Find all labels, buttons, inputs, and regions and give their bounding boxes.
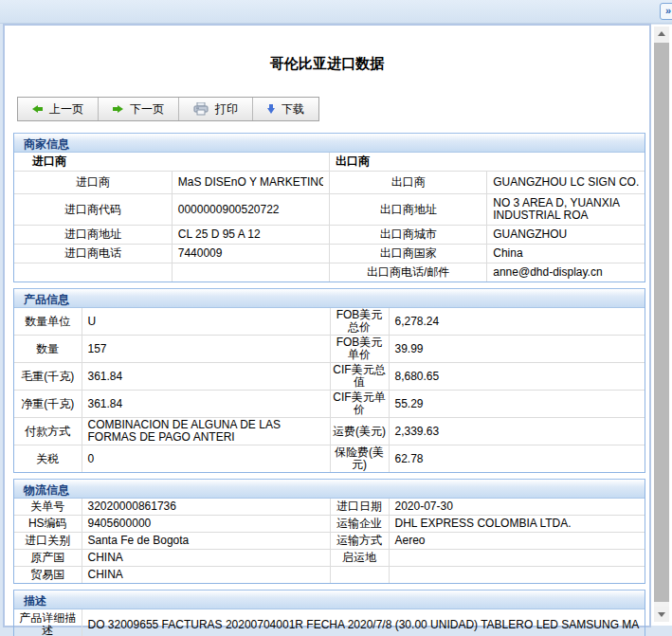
field-value: 0000000900520722 [172, 194, 329, 226]
table-row: 进口商代码 0000000900520722 出口商地址 NO 3 AREA D… [14, 194, 645, 226]
field-value: 0 [82, 445, 330, 473]
table-row: 毛重(千克) 361.84 CIF美元总值 8,680.65 [14, 363, 645, 391]
download-button[interactable]: 下载 [253, 98, 318, 120]
field-label [330, 567, 389, 584]
scroll-down-button[interactable] [654, 607, 669, 622]
field-label: 出口商国家 [330, 245, 487, 263]
field-label: FOB美元单价 [330, 336, 389, 363]
field-label: 运输方式 [330, 533, 389, 550]
down-triangle-icon [658, 612, 665, 617]
field-value: GUANGZHOU [487, 226, 645, 245]
print-label: 打印 [215, 101, 238, 118]
green-right-arrow-icon [113, 105, 123, 113]
field-value: 55.29 [389, 391, 645, 418]
field-value: China [487, 245, 645, 263]
field-label: 付款方式 [14, 418, 82, 445]
field-value: Santa Fe de Bogota [82, 533, 330, 550]
prev-page-button[interactable]: 上一页 [18, 98, 99, 120]
table-row: 产品详细描述 DO 32009655 FACTURAS 20200704001R… [14, 609, 645, 636]
up-triangle-icon [658, 31, 665, 36]
expand-button[interactable]: » [660, 3, 672, 20]
table-row: HS编码 9405600000 运输企业 DHL EXPRESS COLOMBI… [14, 516, 645, 533]
scroll-up-button[interactable] [654, 27, 669, 42]
field-value: 2020-07-30 [389, 499, 645, 516]
logistics-table: 关单号 32020000861736 进口日期 2020-07-30 HS编码 … [14, 499, 645, 583]
group-header-row: 进口商 出口商 [14, 153, 645, 172]
table-row: 关税 0 保险费(美元) 62.78 [14, 445, 645, 473]
table-row: 进口商地址 CL 25 D 95 A 12 出口商城市 GUANGZHOU [14, 226, 645, 245]
field-label: CIF美元总值 [330, 363, 389, 391]
section-product-info: 产品信息 数量单位 U FOB美元总价 6,278.24 数量 157 FOB美… [13, 288, 645, 473]
table-row: 进口关别 Santa Fe de Bogota 运输方式 Aereo [14, 533, 645, 550]
field-value: anne@dhd-display.cn [487, 263, 645, 282]
table-row: 付款方式 COMBINACION DE ALGUNA DE LAS FORMAS… [14, 418, 645, 445]
field-value [172, 263, 329, 282]
blue-down-arrow-icon [267, 104, 275, 114]
field-value: CHINA [82, 550, 330, 567]
field-label: 进口日期 [330, 499, 389, 516]
field-label: 进口商 [14, 172, 172, 194]
section-title-merchant: 商家信息 [14, 134, 645, 153]
field-label: 出口商 [330, 172, 487, 194]
field-label: 启运地 [330, 550, 389, 567]
field-value: 32020000861736 [82, 499, 330, 516]
section-title-product: 产品信息 [14, 289, 645, 308]
vertical-scrollbar[interactable] [654, 27, 669, 622]
green-left-arrow-icon [32, 105, 43, 113]
printer-icon [193, 102, 209, 116]
next-page-button[interactable]: 下一页 [99, 98, 179, 120]
field-value: 7440009 [172, 245, 329, 263]
section-merchant-info: 商家信息 进口商 出口商 进口商 MaS DISEnO Y MARKETING … [13, 133, 645, 282]
field-value: NO 3 AREA D, YUANXIA INDUSTRIAL ROA [487, 194, 645, 226]
field-label: CIF美元单价 [330, 391, 389, 418]
field-value: 157 [82, 336, 330, 363]
field-label: 出口商电话/邮件 [330, 263, 487, 282]
field-label: 运费(美元) [330, 418, 389, 445]
table-row: 进口商电话 7440009 出口商国家 China [14, 245, 645, 263]
field-label: 关税 [14, 445, 82, 473]
field-value: 62.78 [389, 445, 645, 473]
merchant-table: 进口商 出口商 进口商 MaS DISEnO Y MARKETING SAS [14, 153, 645, 282]
window-top-bar: » [0, 0, 672, 24]
field-value: 361.84 [82, 391, 330, 418]
field-label: HS编码 [14, 516, 82, 533]
section-title-logistics: 物流信息 [14, 480, 645, 499]
field-label: 产品详细描述 [14, 609, 82, 636]
field-value: 6,278.24 [389, 308, 645, 336]
field-value: COMBINACION DE ALGUNA DE LAS FORMAS DE P… [82, 418, 330, 445]
field-value: 39.99 [389, 336, 645, 363]
field-label: 毛重(千克) [14, 363, 82, 391]
table-row: 原产国 CHINA 启运地 [14, 550, 645, 567]
importer-name: MaS DISEnO Y MARKETING SAS [178, 176, 323, 189]
toolbar: 上一页 下一页 打印 下载 [17, 97, 319, 121]
field-value: 8,680.65 [389, 363, 645, 391]
next-page-label: 下一页 [130, 101, 164, 118]
field-value: 9405600000 [82, 516, 330, 533]
field-label [14, 263, 172, 282]
field-label: 进口关别 [14, 533, 82, 550]
field-label: 净重(千克) [14, 391, 82, 418]
field-value: CHINA [82, 567, 330, 584]
field-label: 运输企业 [330, 516, 389, 533]
field-label: 出口商地址 [330, 194, 487, 226]
field-value: 2,339.63 [389, 418, 645, 445]
field-value [389, 550, 645, 567]
field-label: 进口商地址 [14, 226, 172, 245]
product-description-value: DO 32009655 FACTURAS 20200704001R FECHA … [82, 609, 645, 636]
table-row: 出口商电话/邮件 anne@dhd-display.cn [14, 263, 645, 282]
description-table: 产品详细描述 DO 32009655 FACTURAS 20200704001R… [14, 609, 645, 636]
print-button[interactable]: 打印 [179, 98, 253, 120]
field-label: 关单号 [14, 499, 82, 516]
table-row: 进口商 MaS DISEnO Y MARKETING SAS [14, 172, 645, 194]
field-label: 进口商电话 [14, 245, 172, 263]
detail-dialog: 哥伦比亚进口数据 上一页 下一页 打印 下载 [3, 24, 651, 627]
section-title-description: 描述 [14, 591, 645, 609]
field-value: DHL EXPRESS COLOMBIA LTDA. [389, 516, 645, 533]
field-value [389, 567, 645, 584]
field-value: Aereo [389, 533, 645, 550]
scrollbar-thumb[interactable] [654, 43, 669, 602]
table-row: 净重(千克) 361.84 CIF美元单价 55.29 [14, 391, 645, 418]
field-label: 数量单位 [14, 308, 82, 336]
table-row: 数量 157 FOB美元单价 39.99 [14, 336, 645, 363]
field-label: 进口商代码 [14, 194, 172, 226]
